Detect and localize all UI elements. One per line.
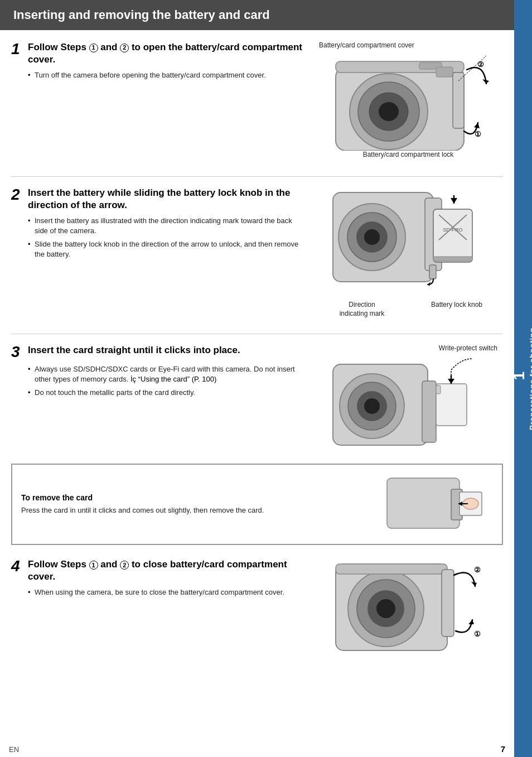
step-4-right: ① ②: [313, 558, 503, 653]
step-3-image-container: Write-protect switch: [313, 344, 503, 448]
step-3-bullet-2: Do not touch the metallic parts of the c…: [28, 388, 304, 398]
page-wrapper: Inserting and removing the battery and c…: [0, 0, 532, 757]
footer-page-number: 7: [501, 744, 505, 754]
step-1-image-container: Battery/card compartment cover: [313, 41, 503, 161]
svg-point-4: [379, 102, 399, 121]
step-1-bullets: Turn off the camera before opening the b…: [28, 70, 304, 80]
step-4-number: 4: [11, 558, 23, 574]
svg-rect-48: [442, 570, 454, 637]
note-title: To remove the card: [21, 493, 373, 502]
step-1-right: Battery/card compartment cover: [313, 41, 503, 161]
step-1-label-above: Battery/card compartment cover: [319, 41, 414, 49]
step-1-bullet-1: Turn off the camera before opening the b…: [28, 70, 304, 80]
divider-2: [11, 334, 503, 334]
svg-rect-33: [422, 381, 436, 442]
step-3-diagram: [327, 353, 489, 448]
step-2-label-lock: Battery lock knob: [431, 301, 482, 318]
step-3-section: 3 Insert the card straight until it clic…: [11, 344, 503, 448]
step-3-bullet-1: Always use SD/SDHC/SDXC cards or Eye-Fi …: [28, 364, 304, 384]
step-2-number: 2: [11, 187, 23, 202]
step-2-diagram: SD-PRO: [325, 187, 492, 298]
step-4-title: Follow Steps 1 and 2 to close battery/ca…: [28, 558, 304, 583]
step-1-left: 1 Follow Steps 1 and 2 to open the batte…: [11, 41, 304, 161]
main-content: Inserting and removing the battery and c…: [0, 0, 514, 757]
divider-1: [11, 176, 503, 177]
step-2-title: Insert the battery while sliding the bat…: [28, 187, 304, 211]
svg-point-18: [364, 229, 380, 245]
step-4-section: 4 Follow Steps 1 and 2 to close battery/…: [11, 558, 503, 653]
footer: EN 7: [0, 740, 514, 757]
step-2-section: 2 Insert the battery while sliding the b…: [11, 187, 503, 318]
svg-rect-7: [436, 67, 453, 77]
svg-marker-51: [471, 582, 477, 586]
step-3-heading: 3 Insert the card straight until it clic…: [11, 344, 304, 360]
svg-marker-49: [468, 620, 474, 624]
svg-marker-11: [474, 123, 480, 128]
step-1-heading: 1 Follow Steps 1 and 2 to open the batte…: [11, 41, 304, 66]
step-2-bullet-1: Insert the battery as illustrated with t…: [28, 216, 304, 236]
svg-rect-35: [436, 385, 441, 394]
svg-text:①: ①: [475, 130, 481, 138]
svg-point-32: [364, 398, 380, 414]
step-2-right: SD-PRO: [313, 187, 503, 318]
step-3-number: 3: [11, 344, 23, 360]
step-3-bullets: Always use SD/SDHC/SDXC cards or Eye-Fi …: [28, 364, 304, 398]
svg-rect-37: [387, 478, 460, 528]
svg-rect-47: [336, 564, 447, 574]
svg-text:②: ②: [474, 566, 481, 574]
note-image-area: [381, 472, 493, 536]
svg-point-46: [376, 599, 395, 618]
step-1-number: 1: [11, 41, 23, 57]
step-1-title: Follow Steps 1 and 2 to open the battery…: [28, 41, 304, 66]
step-2-bullets: Insert the battery as illustrated with t…: [28, 216, 304, 259]
step-4-heading: 4 Follow Steps 1 and 2 to close battery/…: [11, 558, 304, 583]
step-1-label-below: Battery/card compartment lock: [363, 151, 454, 158]
svg-marker-36: [448, 379, 454, 384]
step-2-heading: 2 Insert the battery while sliding the b…: [11, 187, 304, 211]
svg-marker-25: [451, 198, 457, 204]
step-3-left: 3 Insert the card straight until it clic…: [11, 344, 304, 448]
side-tab: 1 Preparations for shooting: [514, 0, 532, 757]
step-4-diagram: ① ②: [330, 558, 486, 653]
step-4-bullet-1: When using the camera, be sure to close …: [28, 587, 304, 597]
step-2-label-direction: Direction indicating mark: [334, 301, 390, 318]
step-1-section: 1 Follow Steps 1 and 2 to open the batte…: [11, 41, 503, 161]
svg-rect-26: [429, 265, 436, 279]
page-title: Inserting and removing the battery and c…: [0, 0, 514, 30]
write-protect-label: Write-protect switch: [313, 344, 503, 352]
svg-rect-20: [433, 209, 472, 262]
side-tab-text: Preparations for shooting: [528, 327, 533, 430]
svg-text:②: ②: [477, 60, 484, 69]
note-text-area: To remove the card Press the card in unt…: [21, 493, 373, 515]
content-area: 1 Follow Steps 1 and 2 to open the batte…: [0, 30, 514, 740]
note-text: Press the card in until it clicks and co…: [21, 505, 373, 515]
step-2-bullet-2: Slide the battery lock knob in the direc…: [28, 239, 304, 259]
step-2-image-container: SD-PRO: [313, 187, 503, 318]
step-4-bullets: When using the camera, be sure to close …: [28, 587, 304, 597]
footer-lang: EN: [9, 745, 19, 754]
step-1-diagram: ② ①: [325, 50, 492, 151]
note-section: To remove the card Press the card in unt…: [21, 472, 493, 536]
step-2-left: 2 Insert the battery while sliding the b…: [11, 187, 304, 318]
step-3-title: Insert the card straight until it clicks…: [28, 344, 240, 356]
step-2-diagram-labels: Direction indicating mark Battery lock k…: [313, 301, 503, 318]
step-4-image-container: ① ②: [313, 558, 503, 653]
note-box: To remove the card Press the card in unt…: [11, 464, 503, 545]
svg-text:①: ①: [474, 630, 481, 638]
svg-rect-22: [433, 257, 472, 261]
note-diagram: [381, 472, 487, 534]
step-3-right: Write-protect switch: [313, 344, 503, 448]
step-4-left: 4 Follow Steps 1 and 2 to close battery/…: [11, 558, 304, 653]
side-tab-number: 1: [510, 372, 528, 380]
